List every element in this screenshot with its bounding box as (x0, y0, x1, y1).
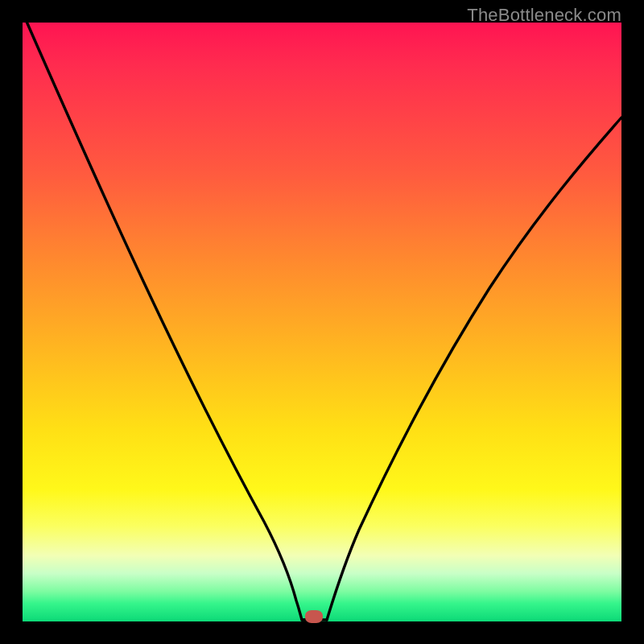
chart-frame: TheBottleneck.com (0, 0, 644, 644)
optimal-point-marker (305, 610, 323, 623)
bottleneck-curve-right (327, 118, 621, 620)
plot-area (23, 23, 621, 621)
curve-layer (23, 23, 621, 621)
bottleneck-curve-left (24, 16, 307, 620)
